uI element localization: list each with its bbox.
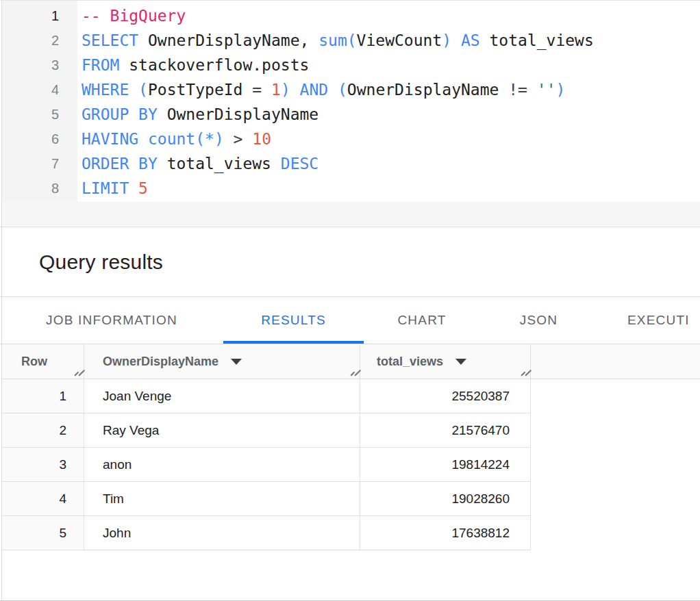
tab-job-information[interactable]: JOB INFORMATION: [0, 297, 223, 344]
line-number: 7: [2, 151, 77, 176]
line-number: 4: [2, 77, 77, 102]
sql-token-pl: [290, 81, 300, 99]
code-text: -- BigQuery: [77, 3, 186, 28]
cell-row-number: 3: [2, 448, 84, 481]
sql-token-kw: AS: [461, 31, 480, 49]
tab-chart[interactable]: CHART: [364, 297, 480, 344]
sql-token-kw: ): [556, 81, 566, 99]
sql-token-pl: [224, 130, 234, 148]
sort-dropdown-icon[interactable]: [231, 359, 242, 365]
cell-owner-display-name: Joan Venge: [84, 379, 360, 413]
sql-token-kw: ): [442, 31, 451, 49]
sql-token-kw: count(*): [148, 130, 224, 148]
cell-total-views: 19814224: [360, 448, 531, 481]
code-line[interactable]: 7ORDER BY total_views DESC: [0, 151, 700, 176]
sql-token-kw: SELECT: [82, 31, 138, 49]
sql-token-op: >: [234, 130, 243, 148]
cell-row-number: 4: [2, 482, 84, 515]
tab-json[interactable]: JSON: [480, 297, 597, 344]
code-lines[interactable]: 1-- BigQuery2SELECT OwnerDisplayName, su…: [0, 1, 700, 201]
sql-token-kw: GROUP BY: [82, 105, 158, 123]
sql-token-pl: [129, 179, 138, 197]
table-row: 2Ray Vega21576470: [2, 413, 531, 448]
code-text: FROM stackoverflow.posts: [77, 53, 309, 77]
tab-execution-details[interactable]: EXECUTI: [597, 297, 700, 344]
sql-token-pl: OwnerDisplayName: [347, 81, 508, 99]
results-table-header: RowOwnerDisplayNametotal_views: [2, 344, 700, 379]
code-line[interactable]: 6HAVING count(*) > 10: [0, 127, 700, 151]
sql-token-pl: stackoverflow.posts: [119, 56, 309, 74]
code-text: HAVING count(*) > 10: [77, 127, 271, 151]
sql-token-kw: ORDER BY: [82, 155, 158, 172]
sql-token-pl: [451, 31, 461, 49]
tab-results[interactable]: RESULTS: [223, 297, 364, 344]
sql-editor[interactable]: 1-- BigQuery2SELECT OwnerDisplayName, su…: [0, 1, 700, 227]
results-tabbar: JOB INFORMATIONRESULTSCHARTJSONEXECUTI: [0, 297, 700, 344]
sql-token-kw: (: [338, 81, 347, 99]
cell-total-views: 17638812: [360, 516, 531, 550]
code-line[interactable]: 1-- BigQuery: [0, 3, 700, 28]
editor-horizontal-scrollbar[interactable]: [2, 202, 700, 226]
sql-token-kw: WHERE: [82, 81, 129, 99]
sql-token-pl: [242, 130, 252, 148]
sort-dropdown-icon[interactable]: [455, 359, 466, 365]
cell-row-number: 1: [2, 379, 84, 413]
column-resize-handle[interactable]: [347, 367, 358, 376]
column-header-label: Row: [21, 355, 47, 369]
sql-token-num: 10: [252, 130, 271, 148]
code-line[interactable]: 2SELECT OwnerDisplayName, sum(ViewCount)…: [0, 28, 700, 53]
table-row: 5John17638812: [2, 516, 531, 550]
cell-owner-display-name: John: [84, 516, 360, 550]
sql-token-op: !=: [508, 81, 527, 99]
panel-left-border: [1, 1, 2, 600]
column-header-total_views: total_views: [360, 344, 531, 379]
line-number: 8: [2, 176, 77, 201]
sql-token-kw: ): [281, 81, 290, 99]
sql-token-pl: ViewCount: [357, 31, 442, 49]
code-text: SELECT OwnerDisplayName, sum(ViewCount) …: [77, 28, 594, 53]
column-header-label: total_views: [377, 355, 443, 369]
line-number: 6: [2, 127, 77, 151]
sql-token-pl: OwnerDisplayName,: [138, 31, 318, 49]
code-line[interactable]: 4WHERE (PostTypeId = 1) AND (OwnerDispla…: [0, 77, 700, 102]
sql-token-pl: OwnerDisplayName: [158, 105, 318, 123]
column-resize-handle[interactable]: [518, 367, 528, 376]
query-results-header: Query results: [0, 227, 700, 297]
query-results-title: Query results: [39, 251, 163, 274]
sql-token-pl: total_views: [480, 31, 594, 49]
cell-owner-display-name: Tim: [84, 482, 360, 515]
cell-row-number: 2: [2, 413, 84, 447]
sql-token-str: '': [537, 81, 556, 99]
sql-token-num: 5: [138, 179, 148, 197]
cell-row-number: 5: [2, 516, 84, 550]
sql-token-pl: [328, 81, 338, 99]
table-row: 4Tim19028260: [2, 482, 531, 516]
sql-token-pl: total_views: [158, 155, 281, 172]
table-row: 3anon19814224: [2, 448, 531, 482]
code-text: GROUP BY OwnerDisplayName: [77, 102, 318, 127]
sql-token-op: =: [252, 81, 262, 99]
sql-token-kw: (: [138, 81, 148, 99]
sql-token-kw: sum(: [318, 31, 356, 49]
column-header-label: OwnerDisplayName: [103, 355, 218, 369]
line-number: 5: [2, 102, 77, 127]
sql-token-pl: [138, 130, 148, 148]
sql-token-kw: HAVING: [82, 130, 138, 148]
sql-token-pl: PostTypeId: [148, 81, 252, 99]
sql-token-pl: [262, 81, 271, 99]
column-header-ownerdisplayname: OwnerDisplayName: [84, 344, 360, 379]
cell-total-views: 25520387: [360, 379, 531, 413]
column-header-row: Row: [2, 344, 84, 379]
line-number: 2: [2, 28, 77, 53]
sql-token-kw: AND: [300, 81, 329, 99]
column-resize-handle[interactable]: [71, 367, 82, 376]
column-header-spacer: [531, 344, 700, 379]
code-line[interactable]: 3FROM stackoverflow.posts: [0, 53, 700, 77]
code-line[interactable]: 5GROUP BY OwnerDisplayName: [0, 102, 700, 127]
bigquery-results-panel: 1-- BigQuery2SELECT OwnerDisplayName, su…: [0, 0, 700, 601]
code-line[interactable]: 8LIMIT 5: [0, 176, 700, 201]
sql-token-cmt: -- BigQuery: [82, 7, 186, 25]
cell-owner-display-name: anon: [84, 448, 360, 481]
code-text: WHERE (PostTypeId = 1) AND (OwnerDisplay…: [77, 77, 565, 102]
sql-token-kw: FROM: [82, 56, 119, 74]
